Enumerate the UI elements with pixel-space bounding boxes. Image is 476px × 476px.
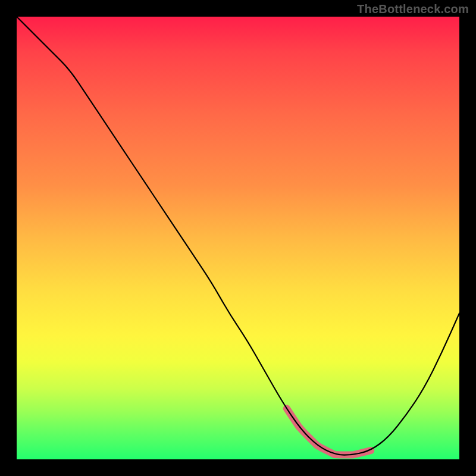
plot-svg bbox=[17, 17, 459, 459]
attribution-label: TheBottleneck.com bbox=[357, 2, 469, 16]
plot-gradient-area bbox=[17, 17, 459, 459]
chart-frame: TheBottleneck.com bbox=[0, 0, 476, 476]
highlight-band bbox=[287, 408, 371, 455]
bottleneck-curve bbox=[17, 17, 459, 455]
